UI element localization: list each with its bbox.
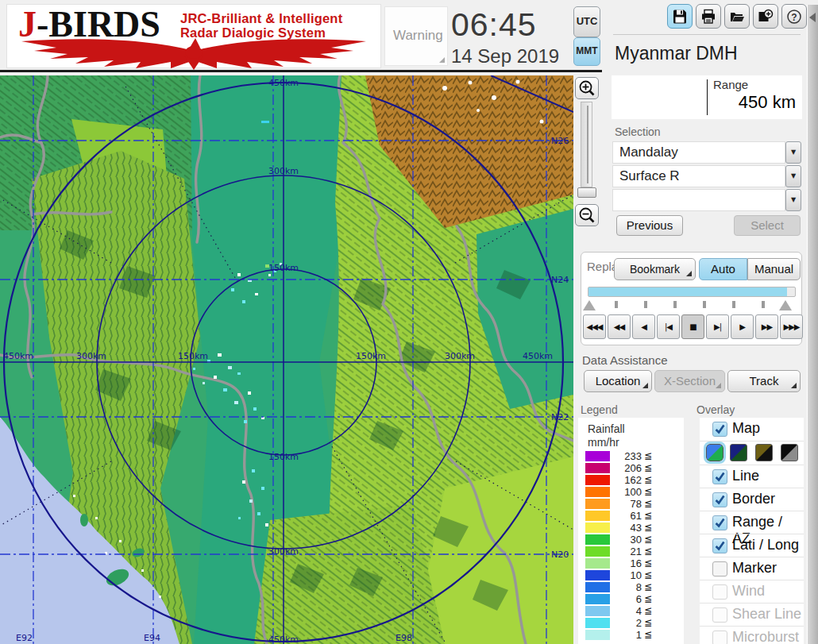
- print-button[interactable]: [696, 4, 721, 29]
- color-swatch: [585, 606, 610, 616]
- previous-button[interactable]: Previous: [616, 215, 683, 236]
- slider-tick: [703, 301, 706, 308]
- option-combo[interactable]: [612, 189, 785, 211]
- map-style-swatch[interactable]: [781, 444, 798, 461]
- play-button[interactable]: ▶: [731, 314, 754, 339]
- logo-tagline: JRC-Brilliant & Intelligent Radar Dialog…: [180, 11, 342, 40]
- help-button[interactable]: ?: [781, 4, 807, 29]
- location-button[interactable]: Location: [584, 370, 652, 392]
- slider-end-marker[interactable]: [779, 300, 792, 310]
- rewind-button[interactable]: ◀◀: [608, 314, 631, 339]
- slider-tick: [762, 301, 765, 308]
- product-combo-arrow[interactable]: ▼: [785, 165, 801, 187]
- border-checkbox[interactable]: [712, 492, 727, 507]
- range-label: Range: [713, 78, 748, 91]
- site-combo[interactable]: Mandalay: [612, 141, 785, 164]
- stop-button[interactable]: ■: [681, 314, 704, 339]
- overlay-row-lati-long[interactable]: Lati / Long: [700, 534, 804, 557]
- color-swatch: [585, 487, 610, 497]
- check-icon: [713, 422, 727, 436]
- folder-open-icon: [729, 9, 745, 25]
- xsection-button[interactable]: X-Section: [654, 370, 725, 392]
- save-button[interactable]: [667, 4, 693, 29]
- legend-row: 100≦: [578, 486, 684, 498]
- select-button[interactable]: Select: [734, 215, 801, 236]
- product-combo[interactable]: Surface R: [612, 165, 785, 187]
- svg-text:450km: 450km: [268, 634, 299, 644]
- legend-row: 21≦: [578, 546, 684, 557]
- lati-long-checkbox[interactable]: [712, 538, 727, 553]
- color-swatch: [585, 499, 610, 509]
- manual-button[interactable]: Manual: [747, 258, 801, 280]
- play-back-button[interactable]: ◀: [632, 314, 655, 339]
- check-icon: [713, 493, 727, 507]
- marker-checkbox[interactable]: [712, 561, 727, 577]
- utc-button[interactable]: UTC: [573, 6, 600, 37]
- step-forward-button[interactable]: ▶|: [706, 314, 729, 339]
- legend-row: 2≦: [578, 617, 684, 629]
- bookmark-button[interactable]: Bookmark: [614, 258, 696, 280]
- svg-text:300km: 300km: [445, 351, 475, 361]
- range-az-checkbox[interactable]: [712, 515, 727, 530]
- data-assistance-label: Data Assistance: [582, 353, 668, 367]
- forward-button[interactable]: ▶▶: [755, 314, 778, 339]
- zoom-slider[interactable]: [581, 102, 592, 187]
- microburst-checkbox: [712, 631, 727, 644]
- jbirds-app: { "header": { "logo": {"brand_j": "J", "…: [0, 0, 818, 644]
- open-button[interactable]: [724, 4, 750, 29]
- overlay-row-microburst: Microburst: [700, 626, 804, 644]
- legend-row: 6≦: [578, 593, 684, 605]
- clock-time: 06:45: [451, 6, 537, 44]
- zoom-slider-handle[interactable]: [577, 187, 596, 198]
- overlay-label: Overlay: [696, 403, 735, 416]
- replay-panel: Replay Bookmark Auto Manual ◀◀◀ ◀◀ ◀ |◀ …: [581, 252, 802, 345]
- svg-text:N22: N22: [551, 412, 569, 422]
- legend-row: 1≦: [578, 629, 684, 641]
- color-swatch: [585, 475, 610, 485]
- legend-row: 10≦: [578, 569, 684, 581]
- auto-button[interactable]: Auto: [699, 258, 747, 280]
- overlay-row-map[interactable]: Map: [700, 418, 804, 441]
- chevron-down-icon: ▼: [791, 172, 796, 179]
- chevron-down-icon: ▼: [791, 196, 796, 203]
- slider-tick: [615, 301, 618, 308]
- svg-text:150km: 150km: [178, 351, 208, 361]
- overlay-row-line[interactable]: Line: [700, 465, 804, 488]
- map-style-swatch[interactable]: [755, 444, 773, 461]
- radar-map[interactable]: 450km 300km 150km 150km 300km 450km 450k…: [0, 75, 573, 644]
- panel-separator: [613, 34, 801, 35]
- image-add-button[interactable]: [753, 4, 778, 29]
- wind-checkbox: [712, 584, 727, 600]
- track-button[interactable]: Track: [727, 370, 801, 392]
- option-combo-arrow[interactable]: ▼: [785, 189, 801, 211]
- forward-fast-button[interactable]: ▶▶▶: [780, 314, 803, 339]
- step-back-button[interactable]: |◀: [657, 314, 680, 339]
- warning-panel[interactable]: Warning: [384, 6, 448, 66]
- collapse-arrow-icon[interactable]: [809, 13, 816, 22]
- map-style-swatch[interactable]: [706, 444, 723, 461]
- panel-splitter[interactable]: [807, 5, 818, 644]
- zoom-in-button[interactable]: [575, 77, 599, 99]
- radar-map-canvas: 450km 300km 150km 150km 300km 450km 450k…: [0, 75, 573, 644]
- map-style-swatch[interactable]: [730, 444, 747, 461]
- svg-text:300km: 300km: [268, 546, 299, 557]
- check-icon: [713, 516, 727, 530]
- mmt-button[interactable]: MMT: [573, 37, 600, 66]
- range-value: 450 km: [707, 92, 796, 113]
- shear-line-checkbox: [712, 607, 727, 623]
- slider-start-marker[interactable]: [583, 300, 596, 310]
- svg-text:150km: 150km: [268, 452, 299, 462]
- rewind-fast-button[interactable]: ◀◀◀: [583, 314, 606, 339]
- site-combo-arrow[interactable]: ▼: [785, 141, 801, 164]
- overlay-row-marker[interactable]: Marker: [700, 557, 804, 580]
- overlay-row-border[interactable]: Border: [700, 488, 804, 511]
- map-checkbox[interactable]: [712, 422, 727, 437]
- line-checkbox[interactable]: [712, 469, 727, 484]
- zoom-out-icon: [578, 206, 596, 224]
- legend-row: 61≦: [578, 510, 684, 522]
- overlay-row-range-az[interactable]: Range / AZ: [700, 511, 804, 534]
- replay-slider[interactable]: [588, 287, 796, 297]
- print-icon: [700, 9, 716, 25]
- zoom-out-button[interactable]: [575, 204, 599, 226]
- map-style-row: [700, 441, 804, 465]
